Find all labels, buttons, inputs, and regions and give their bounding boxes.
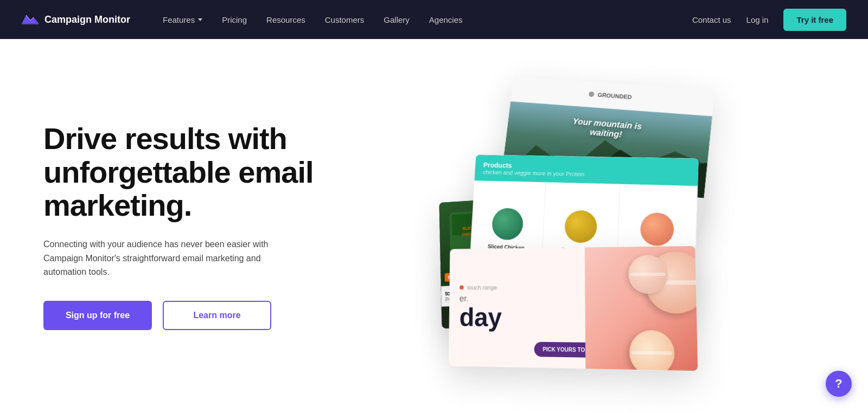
nav-customers[interactable]: Customers — [325, 15, 365, 24]
nav-links: Features Pricing Resources Customers Gal… — [163, 15, 692, 24]
nav-features[interactable]: Features — [163, 15, 202, 24]
contact-link[interactable]: Contact us — [692, 15, 731, 24]
card2-sub: chicken and veggie more in your Protein — [483, 169, 585, 177]
learn-more-button[interactable]: Learn more — [163, 301, 271, 330]
card3-dot — [459, 285, 464, 289]
hero-image: ⬤ GROUNDED Your mountain is waiting! — [336, 74, 846, 378]
nav-gallery[interactable]: Gallery — [384, 15, 410, 24]
hero-section: Drive results with unforgettable email m… — [0, 39, 868, 413]
product-img-1 — [491, 208, 524, 240]
login-link[interactable]: Log in — [746, 15, 769, 24]
help-button[interactable]: ? — [826, 371, 852, 397]
hero-content: Drive results with unforgettable email m… — [43, 122, 336, 330]
try-free-button[interactable]: Try it free — [783, 9, 846, 31]
card3-big: day — [459, 305, 574, 331]
nav-resources[interactable]: Resources — [266, 15, 305, 24]
card1-brand: GROUNDED — [597, 91, 632, 100]
email-cards-stack: ⬤ GROUNDED Your mountain is waiting! — [438, 88, 755, 370]
features-dropdown-icon — [198, 18, 202, 21]
navbar: Campaign Monitor Features Pricing Resour… — [0, 0, 868, 39]
logo[interactable]: Campaign Monitor — [22, 13, 130, 26]
product-img-3 — [640, 212, 674, 246]
hero-subtitle: Connecting with your audience has never … — [43, 237, 277, 279]
signup-button[interactable]: Sign up for free — [43, 301, 152, 330]
card3-content: touch range er. day PICK YOURS TODAY — [449, 246, 698, 371]
hero-buttons: Sign up for free Learn more — [43, 301, 336, 330]
nav-right: Contact us Log in Try it free — [692, 9, 846, 31]
macaroon-3 — [628, 255, 668, 294]
product-img-2 — [564, 210, 597, 243]
nav-agencies[interactable]: Agencies — [429, 15, 463, 24]
hero-title: Drive results with unforgettable email m… — [43, 122, 336, 222]
card3-small: touch range — [459, 284, 574, 291]
card3-left: touch range er. day PICK YOURS TODAY — [449, 247, 585, 369]
macaroon-2 — [629, 330, 675, 371]
card3-right — [585, 246, 698, 371]
email-card-day: touch range er. day PICK YOURS TODAY — [449, 246, 698, 371]
svg-rect-0 — [22, 23, 39, 25]
nav-pricing[interactable]: Pricing — [222, 15, 247, 24]
